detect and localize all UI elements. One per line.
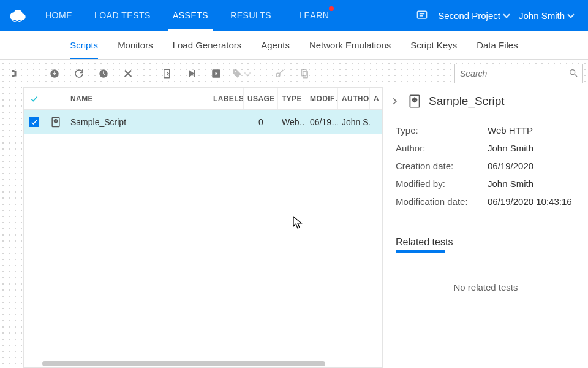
- tree-strip: [0, 87, 23, 368]
- field-label: Type:: [396, 125, 488, 136]
- col-labels[interactable]: LABELS: [209, 88, 244, 109]
- field-label: Modified by:: [396, 178, 488, 189]
- assets-subnav: Scripts Monitors Load Generators Agents …: [0, 31, 588, 60]
- svg-rect-13: [303, 71, 308, 78]
- field-value: John Smith: [488, 178, 576, 189]
- cell-name: Sample_Script: [67, 110, 209, 134]
- svg-rect-2: [418, 11, 427, 18]
- table-row[interactable]: Sample_Script 0 Web… 06/19… John S…: [24, 110, 382, 134]
- field-label: Author:: [396, 143, 488, 153]
- select-all-checkbox[interactable]: [24, 88, 45, 109]
- tab-script-keys[interactable]: Script Keys: [410, 31, 457, 59]
- script-type-icon: [45, 110, 67, 134]
- details-title: Sample_Script: [429, 94, 505, 108]
- tab-agents[interactable]: Agents: [261, 31, 290, 59]
- chevron-down-icon: [567, 11, 574, 18]
- key-icon: [271, 64, 289, 83]
- cell-labels: [209, 110, 244, 134]
- svg-point-11: [276, 73, 280, 77]
- top-right-controls: Second Project John Smith: [416, 9, 581, 21]
- svg-rect-8: [194, 70, 195, 77]
- cell-extra: [370, 110, 382, 134]
- search-input[interactable]: [460, 69, 568, 79]
- col-usage[interactable]: USAGE: [244, 88, 278, 109]
- main-nav: HOME LOAD TESTS ASSETS RESULTS LEARN: [34, 0, 340, 31]
- tag-icon: [232, 64, 250, 83]
- related-tests-heading: Related tests: [383, 237, 588, 251]
- table-header: NAME LABELS USAGE TYPE MODIF… AUTHOR A: [24, 88, 382, 110]
- details-fields: Type:Web HTTP Author:John Smith Creation…: [383, 119, 588, 213]
- nav-learn[interactable]: LEARN: [288, 0, 340, 31]
- cell-author: John S…: [338, 110, 370, 134]
- app-logo[interactable]: [0, 0, 34, 31]
- col-modified[interactable]: MODIF…: [306, 88, 338, 109]
- scripts-toolbar: [0, 60, 588, 87]
- top-navbar: HOME LOAD TESTS ASSETS RESULTS LEARN Sec…: [0, 0, 588, 31]
- import-icon[interactable]: [207, 64, 225, 83]
- svg-rect-12: [302, 69, 307, 76]
- scripts-table: NAME LABELS USAGE TYPE MODIF… AUTHOR A S…: [23, 87, 383, 368]
- field-label: Modification date:: [396, 196, 488, 207]
- tab-network-emulations[interactable]: Network Emulations: [309, 31, 391, 59]
- field-value: Web HTTP: [488, 125, 576, 136]
- horizontal-scrollbar[interactable]: [24, 361, 382, 367]
- col-extra[interactable]: A: [370, 88, 382, 109]
- workarea: NAME LABELS USAGE TYPE MODIF… AUTHOR A S…: [0, 60, 588, 368]
- refresh-icon[interactable]: [70, 64, 88, 83]
- svg-point-14: [570, 69, 575, 74]
- tab-load-generators[interactable]: Load Generators: [173, 31, 242, 59]
- field-value: 06/19/2020 10:43:16: [488, 196, 576, 207]
- nav-load-tests[interactable]: LOAD TESTS: [83, 0, 162, 31]
- tab-data-files[interactable]: Data Files: [477, 31, 518, 59]
- nav-assets[interactable]: ASSETS: [162, 0, 219, 31]
- row-checkbox[interactable]: [24, 110, 45, 134]
- copy-icon: [295, 64, 314, 83]
- cell-usage: 0: [244, 110, 278, 134]
- field-label: Creation date:: [396, 161, 488, 171]
- user-menu[interactable]: John Smith: [519, 10, 573, 21]
- user-name: John Smith: [519, 10, 565, 21]
- delete-icon[interactable]: [119, 64, 137, 83]
- svg-line-15: [575, 74, 577, 77]
- search-icon[interactable]: [568, 68, 578, 80]
- export-icon[interactable]: [158, 64, 176, 83]
- run-icon[interactable]: [183, 64, 201, 83]
- related-tests-empty: No related tests: [383, 251, 588, 323]
- tab-monitors[interactable]: Monitors: [118, 31, 153, 59]
- project-selector[interactable]: Second Project: [438, 10, 509, 21]
- field-value: 06/19/2020: [488, 161, 576, 171]
- col-author[interactable]: AUTHOR: [338, 88, 370, 109]
- download-icon[interactable]: [45, 64, 64, 83]
- chevron-down-icon: [503, 11, 510, 18]
- nav-results[interactable]: RESULTS: [219, 0, 282, 31]
- tree-icon[interactable]: [6, 64, 24, 83]
- col-type[interactable]: TYPE: [278, 88, 306, 109]
- feedback-icon[interactable]: [416, 9, 428, 21]
- col-name[interactable]: NAME: [67, 88, 209, 109]
- cell-type: Web…: [278, 110, 306, 134]
- details-panel: Sample_Script Type:Web HTTP Author:John …: [383, 87, 588, 368]
- script-icon: [407, 93, 423, 109]
- tab-scripts[interactable]: Scripts: [70, 31, 98, 59]
- notification-dot-icon: [329, 6, 334, 11]
- nav-home[interactable]: HOME: [34, 0, 83, 31]
- project-name: Second Project: [438, 10, 500, 21]
- clock-icon[interactable]: [94, 64, 113, 83]
- collapse-panel-icon[interactable]: [388, 95, 401, 107]
- svg-point-10: [235, 71, 236, 72]
- search-box[interactable]: [454, 64, 583, 83]
- field-value: John Smith: [488, 143, 576, 153]
- cell-modified: 06/19…: [306, 110, 338, 134]
- nav-separator: [285, 9, 285, 22]
- nav-learn-label: LEARN: [299, 10, 329, 20]
- chevron-down-icon: [244, 69, 251, 76]
